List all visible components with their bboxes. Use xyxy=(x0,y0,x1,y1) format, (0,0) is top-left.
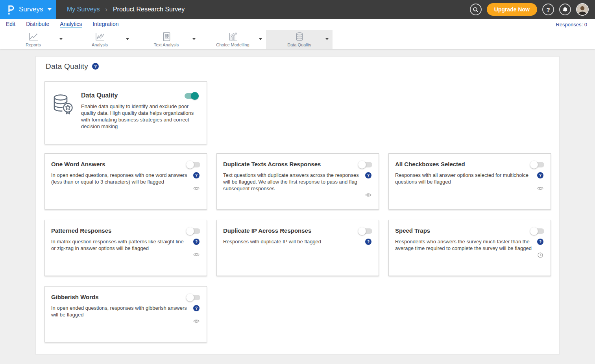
card-title: Duplicate Texts Across Responses xyxy=(223,161,321,167)
toolbar-item-choice-modelling[interactable]: Choice Modelling xyxy=(200,30,266,49)
toggle-knob xyxy=(186,294,194,301)
search-icon xyxy=(473,7,479,13)
tab-distribute[interactable]: Distribute xyxy=(26,21,49,28)
card-icon-column: ? xyxy=(192,238,200,257)
toolbar-label: Analysis xyxy=(92,42,108,47)
card-description: In open ended questions, responses with … xyxy=(51,172,192,191)
help-button[interactable]: ? xyxy=(542,4,554,15)
eye-icon[interactable] xyxy=(193,319,200,324)
card-icon-column: ? xyxy=(536,238,544,258)
toolbar-label: Data Quality xyxy=(287,42,311,47)
card-help-icon[interactable]: ? xyxy=(537,239,543,245)
breadcrumb-my-surveys[interactable]: My Surveys xyxy=(67,6,100,13)
eye-icon[interactable] xyxy=(537,186,543,191)
card-gibberish-words: Gibberish Words In open ended questions,… xyxy=(44,286,207,342)
avatar-image xyxy=(577,4,588,15)
toggle-knob xyxy=(186,161,194,169)
feature-icon-wrap xyxy=(51,88,81,138)
card-description: Responses with duplicate IP will be flag… xyxy=(223,238,364,245)
toolbar-item-data-quality[interactable]: Data Quality xyxy=(266,30,333,49)
top-bar: Surveys My Surveys › Product Research Su… xyxy=(0,0,595,19)
survey-tab-bar: Edit Distribute Analytics Integration Re… xyxy=(0,19,595,30)
toggle-knob xyxy=(530,227,538,235)
chevron-down-icon xyxy=(48,8,52,11)
analytics-toolbar: Reports Analysis Text Analysis xyxy=(0,30,595,49)
search-button[interactable] xyxy=(470,4,482,15)
panel-header: Data Quality ? xyxy=(36,57,559,76)
duplicate-texts-toggle[interactable] xyxy=(358,162,372,167)
document-grid-icon xyxy=(162,32,171,42)
toolbar-label: Reports xyxy=(26,42,41,47)
data-quality-toggle[interactable] xyxy=(185,93,199,99)
chevron-down-icon[interactable] xyxy=(192,38,196,40)
user-avatar[interactable] xyxy=(576,3,589,16)
eye-icon[interactable] xyxy=(365,193,371,197)
card-title: Speed Traps xyxy=(395,227,430,234)
chevron-down-icon[interactable] xyxy=(59,38,63,40)
toggle-knob xyxy=(358,161,366,169)
chevron-down-icon[interactable] xyxy=(325,38,329,40)
all-checkboxes-toggle[interactable] xyxy=(530,162,544,167)
card-description: Text questions with duplicate answers ac… xyxy=(223,172,364,197)
card-one-word-answers: One Word Answers In open ended questions… xyxy=(44,153,207,210)
toolbar-label: Choice Modelling xyxy=(216,42,249,47)
card-description: In matrix question responses with patter… xyxy=(51,238,192,257)
card-duplicate-ip: Duplicate IP Across Responses Responses … xyxy=(216,220,379,276)
card-help-icon[interactable]: ? xyxy=(193,305,200,311)
speed-traps-toggle[interactable] xyxy=(530,228,544,234)
page-help-icon[interactable]: ? xyxy=(92,63,99,70)
notifications-button[interactable] xyxy=(559,4,571,15)
toolbar-item-text-analysis[interactable]: Text Analysis xyxy=(133,30,200,49)
feature-content: Data Quality Enable data quality to iden… xyxy=(81,88,199,138)
one-word-answers-toggle[interactable] xyxy=(186,162,200,167)
card-title: Gibberish Words xyxy=(51,294,99,300)
card-icon-column: ? xyxy=(364,172,372,197)
eye-icon[interactable] xyxy=(193,252,200,257)
card-title: All Checkboxes Selected xyxy=(395,161,465,167)
card-patterned-responses: Patterned Responses In matrix question r… xyxy=(44,220,207,276)
question-mark-icon: ? xyxy=(546,6,550,13)
breadcrumb-survey-title: Product Research Survey xyxy=(113,6,185,13)
toggle-knob xyxy=(358,227,366,235)
data-quality-feature-card: Data Quality Enable data quality to iden… xyxy=(44,81,207,144)
feature-title: Data Quality xyxy=(81,92,118,99)
tab-analytics[interactable]: Analytics xyxy=(60,21,82,28)
card-title: Duplicate IP Across Responses xyxy=(223,227,311,234)
card-speed-traps: Speed Traps Respondents who answers the … xyxy=(388,220,551,276)
data-quality-panel: Data Quality ? Data Quality xyxy=(35,56,560,355)
patterned-responses-toggle[interactable] xyxy=(186,228,200,234)
gibberish-words-toggle[interactable] xyxy=(186,295,200,300)
card-icon-column: ? xyxy=(192,172,200,191)
chevron-down-icon[interactable] xyxy=(126,38,129,40)
feature-description: Enable data quality to identify and excl… xyxy=(81,103,194,130)
cards-area: Data Quality Enable data quality to iden… xyxy=(36,76,559,354)
tab-integration[interactable]: Integration xyxy=(92,21,118,28)
card-icon-column: ? xyxy=(364,238,372,245)
card-help-icon[interactable]: ? xyxy=(365,239,371,245)
responses-count[interactable]: Responses: 0 xyxy=(556,22,588,28)
card-help-icon[interactable]: ? xyxy=(193,172,200,178)
card-title: Patterned Responses xyxy=(51,227,111,234)
eye-icon[interactable] xyxy=(193,186,200,191)
card-duplicate-texts: Duplicate Texts Across Responses Text qu… xyxy=(216,153,379,210)
card-help-icon[interactable]: ? xyxy=(537,172,543,178)
page-title: Data Quality xyxy=(46,62,88,71)
product-name: Surveys xyxy=(19,6,43,13)
upgrade-now-button[interactable]: Upgrade Now xyxy=(487,3,537,16)
card-title: One Word Answers xyxy=(51,161,105,167)
clock-icon[interactable] xyxy=(538,252,543,258)
chevron-down-icon[interactable] xyxy=(259,38,262,40)
card-all-checkboxes: All Checkboxes Selected Responses with a… xyxy=(388,153,551,210)
card-help-icon[interactable]: ? xyxy=(365,172,371,178)
product-switcher[interactable]: Surveys xyxy=(0,0,56,19)
duplicate-ip-toggle[interactable] xyxy=(358,228,372,234)
tab-edit[interactable]: Edit xyxy=(6,21,15,28)
toolbar-item-reports[interactable]: Reports xyxy=(0,30,67,49)
flag-cards-grid: One Word Answers In open ended questions… xyxy=(44,153,551,342)
toolbar-item-analysis[interactable]: Analysis xyxy=(67,30,133,49)
toggle-knob xyxy=(191,92,199,100)
toggle-knob xyxy=(186,227,194,235)
questionpro-logo-icon xyxy=(6,4,15,15)
scatter-chart-icon xyxy=(228,32,238,42)
card-help-icon[interactable]: ? xyxy=(193,239,200,245)
